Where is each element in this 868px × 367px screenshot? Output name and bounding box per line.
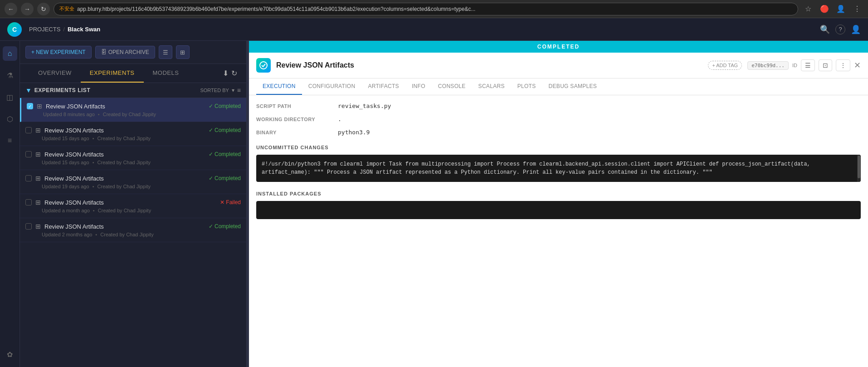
search-icon[interactable]: 🔍 xyxy=(820,24,830,34)
experiments-toolbar: + NEW EXPERIMENT 🗄 OPEN ARCHIVE ☰ ⊞ xyxy=(20,41,246,64)
exp-item-top-2: ⊞ Review JSON Artifacts ✓ Completed xyxy=(25,151,241,158)
grid-view-button[interactable]: ⊞ xyxy=(176,45,190,59)
exp-checkbox-0[interactable]: ✓ xyxy=(27,103,33,109)
list-view-button[interactable]: ☰ xyxy=(159,45,172,59)
detail-tab-info[interactable]: INFO xyxy=(405,78,432,95)
detail-tab-configuration[interactable]: CONFIGURATION xyxy=(302,78,362,95)
open-archive-button[interactable]: 🗄 OPEN ARCHIVE xyxy=(95,46,155,59)
browser-bar: ← → ↻ 不安全 app.blurry.htb/projects/116c40… xyxy=(0,0,868,18)
exp-checkbox-5[interactable] xyxy=(25,223,32,230)
sidebar-item-network[interactable]: ⬡ xyxy=(3,112,17,126)
refresh-button[interactable]: ↻ xyxy=(37,3,50,15)
toggle-icon[interactable]: ▼ xyxy=(25,87,32,94)
exp-type-icon-5: ⊞ xyxy=(35,223,41,230)
exp-meta-1: Updated 15 days ago • Created by Chad Ji… xyxy=(25,136,241,141)
code-block[interactable]: #!/usr/bin/python3 from clearml import T… xyxy=(256,155,861,182)
extension-button[interactable]: 🔴 xyxy=(818,3,831,15)
exp-meta-0: Updated 8 minutes ago • Created by Chad … xyxy=(27,112,241,117)
bookmark-button[interactable]: ☆ xyxy=(802,3,814,15)
detail-content[interactable]: SCRIPT PATH review_tasks.py WORKING DIRE… xyxy=(249,95,868,367)
detail-image-view-button[interactable]: ⊡ xyxy=(819,59,832,71)
sidebar-icons: ⌂ ⚗ ◫ ⬡ ≡ ✿ xyxy=(0,41,20,367)
exp-item-top-5: ⊞ Review JSON Artifacts ✓ Completed xyxy=(25,223,241,230)
url-bar[interactable]: 不安全 app.blurry.htb/projects/116c40b9b537… xyxy=(54,3,798,15)
detail-tab-console[interactable]: CONSOLE xyxy=(432,78,472,95)
sidebar-item-experiments[interactable]: ⚗ xyxy=(3,68,17,83)
security-warning: 不安全 xyxy=(59,5,74,12)
profile-icon[interactable]: 👤 xyxy=(851,24,861,34)
browser-menu-button[interactable]: ⋮ xyxy=(851,3,863,15)
detail-header-actions: e70bc99d... ID ☰ ⊡ ⋮ ✕ xyxy=(747,59,861,71)
exp-name-4: Review JSON Artifacts xyxy=(44,199,216,206)
experiment-item-2[interactable]: ⊞ Review JSON Artifacts ✓ Completed Upda… xyxy=(20,146,246,170)
exp-checkbox-1[interactable] xyxy=(25,127,32,133)
topbar-right: 🔍 ? 👤 xyxy=(820,24,861,34)
binary-label: BINARY xyxy=(256,129,338,135)
help-icon[interactable]: ? xyxy=(835,24,845,34)
script-path-value: review_tasks.py xyxy=(338,103,391,109)
url-text: app.blurry.htb/projects/116c40b9b5374368… xyxy=(77,6,475,12)
detail-tab-artifacts[interactable]: ARTIFACTS xyxy=(361,78,405,95)
exp-item-top-0: ✓ ⊞ Review JSON Artifacts ✓ Completed xyxy=(27,103,241,110)
experiments-list-title: EXPERIMENTS LIST xyxy=(34,87,198,93)
back-button[interactable]: ← xyxy=(5,3,17,15)
detail-title: Review JSON Artifacts xyxy=(276,61,702,69)
user-button[interactable]: 👤 xyxy=(834,3,847,15)
exp-meta-2: Updated 15 days ago • Created by Chad Ji… xyxy=(25,160,241,165)
exp-status-2: ✓ Completed xyxy=(209,151,241,157)
binary-row: BINARY python3.9 xyxy=(256,129,861,136)
experiment-item-3[interactable]: ⊞ Review JSON Artifacts ✓ Completed Upda… xyxy=(20,170,246,194)
experiment-item-1[interactable]: ⊞ Review JSON Artifacts ✓ Completed Upda… xyxy=(20,122,246,146)
installed-packages-section: INSTALLED PACKAGES xyxy=(256,191,861,219)
detail-list-view-button[interactable]: ☰ xyxy=(801,59,815,71)
detail-tab-execution[interactable]: EXECUTION xyxy=(256,78,302,95)
uncommitted-changes-title: UNCOMMITTED CHANGES xyxy=(256,145,861,150)
detail-more-button[interactable]: ⋮ xyxy=(836,59,850,71)
exp-checkbox-4[interactable] xyxy=(25,199,32,206)
exp-type-icon-0: ⊞ xyxy=(37,103,42,110)
sorted-by-label[interactable]: SORTED BY xyxy=(200,88,229,93)
detail-panel: COMPLETED Review JSON Artifacts + ADD TA… xyxy=(249,41,868,367)
exp-status-5: ✓ Completed xyxy=(209,223,241,230)
detail-tab-scalars[interactable]: SCALARS xyxy=(472,78,511,95)
sort-chevron[interactable]: ▾ xyxy=(232,87,234,93)
sidebar-item-layers[interactable]: ◫ xyxy=(3,90,17,104)
sidebar-item-settings[interactable]: ✿ xyxy=(3,347,17,362)
tab-models[interactable]: MODELS xyxy=(144,64,188,83)
exp-meta-5: Updated 2 months ago • Created by Chad J… xyxy=(25,232,241,237)
experiments-panel: + NEW EXPERIMENT 🗄 OPEN ARCHIVE ☰ ⊞ OVER… xyxy=(20,41,247,367)
working-directory-value: . xyxy=(338,116,341,122)
exp-status-4: ✕ Failed xyxy=(220,199,241,206)
experiment-item-4[interactable]: ⊞ Review JSON Artifacts ✕ Failed Updated… xyxy=(20,194,246,218)
sidebar-item-reports[interactable]: ≡ xyxy=(3,133,17,148)
detail-tab-debug-samples[interactable]: DEBUG SAMPLES xyxy=(542,78,604,95)
detail-tab-plots[interactable]: PLOTS xyxy=(511,78,542,95)
new-experiment-button[interactable]: + NEW EXPERIMENT xyxy=(25,46,92,59)
exp-status-0: ✓ Completed xyxy=(209,103,241,109)
code-content: #!/usr/bin/python3 from clearml import T… xyxy=(262,160,855,176)
main-layout: ⌂ ⚗ ◫ ⬡ ≡ ✿ + NEW EXPERIMENT 🗄 OPEN ARCH… xyxy=(0,41,868,367)
forward-button[interactable]: → xyxy=(21,3,34,15)
tab-experiments[interactable]: EXPERIMENTS xyxy=(81,64,144,83)
open-archive-label: OPEN ARCHIVE xyxy=(108,49,149,55)
breadcrumb: PROJECTS / Black Swan xyxy=(29,26,100,33)
download-icon[interactable]: ⬇ xyxy=(223,69,229,78)
exp-type-icon-2: ⊞ xyxy=(35,151,41,158)
exp-meta-3: Updated 19 days ago • Created by Chad Ji… xyxy=(25,184,241,189)
sidebar-item-home[interactable]: ⌂ xyxy=(3,46,17,61)
breadcrumb-projects[interactable]: PROJECTS xyxy=(29,26,60,33)
app-logo: C xyxy=(7,22,22,37)
detail-close-button[interactable]: ✕ xyxy=(854,60,861,70)
breadcrumb-project-name: Black Swan xyxy=(68,26,100,33)
experiment-item-0[interactable]: ✓ ⊞ Review JSON Artifacts ✓ Completed Up… xyxy=(20,98,246,122)
exp-checkbox-3[interactable] xyxy=(25,175,32,181)
working-directory-row: WORKING DIRECTORY . xyxy=(256,116,861,122)
refresh-icon[interactable]: ↻ xyxy=(231,69,237,78)
installed-packages-block[interactable] xyxy=(256,201,861,219)
add-tag-button[interactable]: + ADD TAG xyxy=(708,61,742,70)
tab-overview[interactable]: OVERVIEW xyxy=(29,64,81,83)
exp-checkbox-2[interactable] xyxy=(25,151,32,157)
experiment-item-5[interactable]: ⊞ Review JSON Artifacts ✓ Completed Upda… xyxy=(20,218,246,242)
exp-name-1: Review JSON Artifacts xyxy=(44,127,205,134)
filter-button[interactable]: ≡ xyxy=(237,87,241,94)
